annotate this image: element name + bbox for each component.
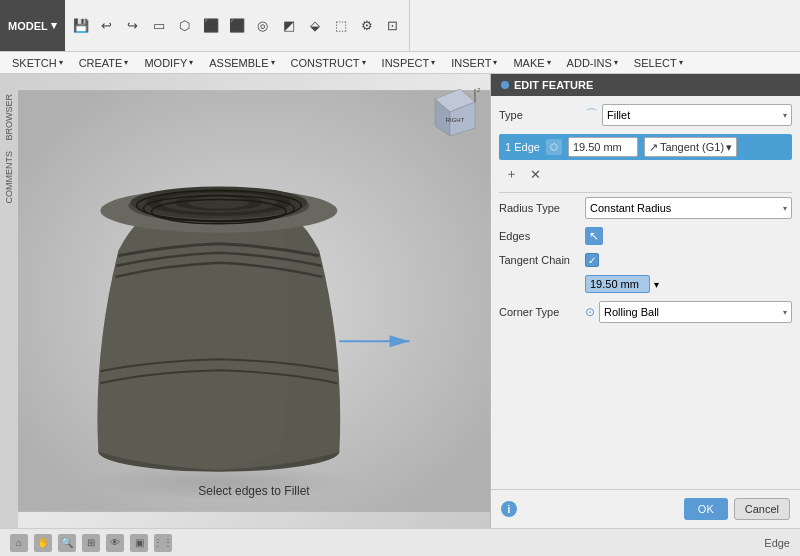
remove-edge-btn[interactable]: ✕ [527,166,543,182]
menu-construct[interactable]: CONSTRUCT ▾ [283,55,374,71]
menu-modify[interactable]: MODIFY ▾ [136,55,201,71]
obj2-btn[interactable]: ⬡ [173,14,197,38]
value-input-container: ▾ [585,275,792,293]
home-icon[interactable]: ⌂ [10,534,28,552]
panel-header: EDIT FEATURE [491,74,800,96]
panel-title: EDIT FEATURE [514,79,593,91]
view-icon[interactable]: 👁 [106,534,124,552]
menu-create[interactable]: CREATE ▾ [71,55,137,71]
main-area: BROWSER COMMENTS [0,74,800,528]
model-label: MODEL [8,20,48,32]
type-row: Type ⌒ Fillet ▾ [499,104,792,126]
radius-type-row: Radius Type Constant Radius ▾ [499,197,792,219]
corner-type-row: Corner Type ⊙ Rolling Ball ▾ [499,301,792,323]
panel-footer: i OK Cancel [491,489,800,528]
tangent-chain-value: ✓ [585,253,792,267]
edge-label: 1 Edge [505,141,540,153]
tangent-chain-checkbox-container: ✓ [585,253,599,267]
menu-make[interactable]: MAKE ▾ [505,55,558,71]
edges-value: ↖ [585,227,792,245]
corner-type-value: ⊙ Rolling Ball ▾ [585,301,792,323]
add-remove-row: ＋ ✕ [499,166,792,182]
menu-insert[interactable]: INSERT ▾ [443,55,505,71]
value-dropdown-arrow[interactable]: ▾ [654,279,659,290]
edit-feature-panel: EDIT FEATURE Type ⌒ Fillet ▾ 1 Edge ⬡ [490,74,800,528]
tangent-chain-checkbox[interactable]: ✓ [585,253,599,267]
statusbar: ⌂ ✋ 🔍 ⊞ 👁 ▣ ⋮⋮ Edge [0,528,800,556]
edge-icon: ⬡ [546,139,562,155]
grid-icon[interactable]: ⋮⋮ [154,534,172,552]
radius-type-value: Constant Radius ▾ [585,197,792,219]
obj10-btn[interactable]: ⊡ [381,14,405,38]
tangent-icon: ↗ [649,141,658,154]
model-arrow: ▾ [51,19,57,32]
menubar: SKETCH ▾ CREATE ▾ MODIFY ▾ ASSEMBLE ▾ CO… [0,52,800,74]
quick-access: 💾 ↩ ↪ ▭ ⬡ ⬛ ⬛ ◎ ◩ ⬙ ⬚ ⚙ ⊡ [65,0,410,51]
viewport[interactable]: RIGHT Z Select edges to Fillet [18,74,490,528]
edge-row[interactable]: 1 Edge ⬡ ↗ Tangent (G1) ▾ [499,134,792,160]
menu-assemble[interactable]: ASSEMBLE ▾ [201,55,282,71]
radius-dropdown-arrow: ▾ [783,204,787,213]
undo-btn[interactable]: ↩ [95,14,119,38]
menu-inspect[interactable]: INSPECT ▾ [374,55,444,71]
corner-type-arrow: ▾ [783,308,787,317]
obj9-btn[interactable]: ⚙ [355,14,379,38]
model-menu[interactable]: MODEL ▾ [0,0,65,51]
value-highlight-input[interactable] [585,275,650,293]
edge-status-label: Edge [764,537,790,549]
corner-type-label: Corner Type [499,306,579,318]
zoom-icon[interactable]: 🔍 [58,534,76,552]
browser-label[interactable]: BROWSER [4,94,14,141]
redo-btn[interactable]: ↪ [121,14,145,38]
fit-icon[interactable]: ⊞ [82,534,100,552]
display-icon[interactable]: ▣ [130,534,148,552]
obj5-btn[interactable]: ◎ [251,14,275,38]
corner-type-dropdown[interactable]: Rolling Ball ▾ [599,301,792,323]
tangent-label: Tangent (G1) [660,141,724,153]
svg-point-9 [189,197,249,209]
obj3-btn[interactable]: ⬛ [199,14,223,38]
header-dot [501,81,509,89]
view-cube[interactable]: RIGHT Z [425,84,480,139]
tangent-chain-label: Tangent Chain [499,254,579,266]
menu-select[interactable]: SELECT ▾ [626,55,691,71]
tangent-chain-row: Tangent Chain ✓ [499,253,792,267]
divider-1 [499,192,792,193]
ok-button[interactable]: OK [684,498,728,520]
hand-icon[interactable]: ✋ [34,534,52,552]
menu-addins[interactable]: ADD-INS ▾ [559,55,626,71]
edges-label: Edges [499,230,579,242]
comments-label[interactable]: COMMENTS [4,151,14,204]
edges-cursor-icon: ↖ [585,227,603,245]
type-dropdown-arrow: ▾ [783,111,787,120]
corner-type-icon: ⊙ [585,305,595,319]
edges-row: Edges ↖ [499,227,792,245]
type-dropdown[interactable]: Fillet ▾ [602,104,792,126]
edge-value-input[interactable] [568,137,638,157]
footer-buttons: OK Cancel [684,498,790,520]
obj6-btn[interactable]: ◩ [277,14,301,38]
radius-type-dropdown[interactable]: Constant Radius ▾ [585,197,792,219]
type-label: Type [499,109,579,121]
tangent-arrow: ▾ [726,141,732,154]
add-edge-btn[interactable]: ＋ [503,166,519,182]
select-hint: Select edges to Fillet [198,484,309,498]
status-left-icons: ⌂ ✋ 🔍 ⊞ 👁 ▣ ⋮⋮ [10,534,172,552]
obj7-btn[interactable]: ⬙ [303,14,327,38]
value-input-row: ▾ [499,275,792,293]
save-btn[interactable]: 💾 [69,14,93,38]
obj1-btn[interactable]: ▭ [147,14,171,38]
obj8-btn[interactable]: ⬚ [329,14,353,38]
tangent-dropdown[interactable]: ↗ Tangent (G1) ▾ [644,137,737,157]
svg-text:Z: Z [477,87,480,93]
3d-viewport-svg [18,74,490,528]
toolbar: MODEL ▾ 💾 ↩ ↪ ▭ ⬡ ⬛ ⬛ ◎ ◩ ⬙ ⬚ ⚙ ⊡ [0,0,800,52]
type-value-container: ⌒ Fillet ▾ [585,104,792,126]
radius-type-label: Radius Type [499,202,579,214]
svg-text:RIGHT: RIGHT [446,117,465,123]
menu-sketch[interactable]: SKETCH ▾ [4,55,71,71]
cancel-button[interactable]: Cancel [734,498,790,520]
obj4-btn[interactable]: ⬛ [225,14,249,38]
info-icon[interactable]: i [501,501,517,517]
panel-body: Type ⌒ Fillet ▾ 1 Edge ⬡ ↗ Tangent (G1) [491,96,800,489]
